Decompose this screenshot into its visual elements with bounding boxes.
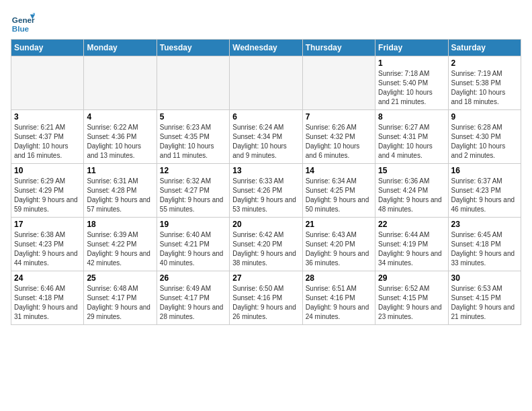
day-number: 20	[232, 220, 299, 229]
calendar-cell: 24Sunrise: 6:46 AM Sunset: 4:18 PM Dayli…	[11, 271, 84, 325]
weekday-header-monday: Monday	[84, 40, 157, 56]
calendar-cell: 5Sunrise: 6:23 AM Sunset: 4:35 PM Daylig…	[157, 110, 229, 164]
day-info: Sunrise: 6:50 AM Sunset: 4:16 PM Dayligh…	[232, 284, 299, 322]
day-number: 16	[451, 166, 518, 175]
day-info: Sunrise: 6:48 AM Sunset: 4:17 PM Dayligh…	[87, 284, 153, 322]
day-number: 26	[160, 273, 226, 283]
calendar-cell	[84, 56, 157, 110]
calendar-table: SundayMondayTuesdayWednesdayThursdayFrid…	[11, 39, 521, 325]
day-number: 12	[160, 166, 226, 175]
day-number: 6	[232, 112, 299, 122]
calendar-cell: 7Sunrise: 6:26 AM Sunset: 4:32 PM Daylig…	[302, 110, 375, 164]
day-info: Sunrise: 6:52 AM Sunset: 4:15 PM Dayligh…	[378, 284, 445, 322]
day-number: 25	[87, 273, 153, 283]
logo-icon: General Blue	[11, 11, 35, 35]
calendar-header: SundayMondayTuesdayWednesdayThursdayFrid…	[11, 40, 521, 56]
day-info: Sunrise: 6:39 AM Sunset: 4:22 PM Dayligh…	[87, 230, 153, 268]
day-info: Sunrise: 6:44 AM Sunset: 4:19 PM Dayligh…	[378, 230, 445, 268]
week-row-2: 3Sunrise: 6:21 AM Sunset: 4:37 PM Daylig…	[11, 110, 521, 164]
day-info: Sunrise: 6:53 AM Sunset: 4:15 PM Dayligh…	[451, 284, 518, 322]
day-info: Sunrise: 6:23 AM Sunset: 4:35 PM Dayligh…	[160, 123, 226, 161]
day-number: 8	[378, 112, 445, 122]
day-number: 9	[451, 112, 518, 122]
day-info: Sunrise: 6:22 AM Sunset: 4:36 PM Dayligh…	[87, 123, 153, 161]
logo: General Blue	[11, 11, 35, 35]
day-number: 15	[378, 166, 445, 175]
day-info: Sunrise: 6:29 AM Sunset: 4:29 PM Dayligh…	[14, 177, 81, 214]
calendar-cell: 22Sunrise: 6:44 AM Sunset: 4:19 PM Dayli…	[375, 218, 448, 271]
calendar-cell	[230, 56, 302, 110]
day-info: Sunrise: 6:31 AM Sunset: 4:28 PM Dayligh…	[87, 177, 153, 214]
calendar-cell: 30Sunrise: 6:53 AM Sunset: 4:15 PM Dayli…	[448, 271, 521, 325]
week-row-3: 10Sunrise: 6:29 AM Sunset: 4:29 PM Dayli…	[11, 164, 521, 218]
calendar-cell: 1Sunrise: 7:18 AM Sunset: 5:40 PM Daylig…	[375, 56, 448, 110]
day-info: Sunrise: 6:51 AM Sunset: 4:16 PM Dayligh…	[306, 284, 372, 322]
day-number: 28	[306, 273, 372, 283]
calendar-cell: 28Sunrise: 6:51 AM Sunset: 4:16 PM Dayli…	[302, 271, 375, 325]
day-info: Sunrise: 6:33 AM Sunset: 4:26 PM Dayligh…	[232, 177, 299, 214]
day-number: 17	[14, 220, 81, 229]
page-header: General Blue	[11, 11, 521, 35]
calendar-cell: 21Sunrise: 6:43 AM Sunset: 4:20 PM Dayli…	[302, 218, 375, 271]
calendar-cell: 17Sunrise: 6:38 AM Sunset: 4:23 PM Dayli…	[11, 218, 84, 271]
day-info: Sunrise: 6:45 AM Sunset: 4:18 PM Dayligh…	[451, 230, 518, 268]
calendar-cell: 18Sunrise: 6:39 AM Sunset: 4:22 PM Dayli…	[84, 218, 157, 271]
day-number: 14	[306, 166, 372, 175]
day-number: 19	[160, 220, 226, 229]
weekday-header-tuesday: Tuesday	[157, 40, 229, 56]
week-row-4: 17Sunrise: 6:38 AM Sunset: 4:23 PM Dayli…	[11, 218, 521, 271]
calendar-cell: 26Sunrise: 6:49 AM Sunset: 4:17 PM Dayli…	[157, 271, 229, 325]
day-number: 5	[160, 112, 226, 122]
day-number: 3	[14, 112, 81, 122]
calendar-cell: 23Sunrise: 6:45 AM Sunset: 4:18 PM Dayli…	[448, 218, 521, 271]
day-number: 23	[451, 220, 518, 229]
day-number: 21	[306, 220, 372, 229]
day-number: 18	[87, 220, 153, 229]
day-number: 29	[378, 273, 445, 283]
calendar-cell: 6Sunrise: 6:24 AM Sunset: 4:34 PM Daylig…	[230, 110, 302, 164]
day-number: 7	[306, 112, 372, 122]
day-number: 10	[14, 166, 81, 175]
weekday-header-wednesday: Wednesday	[230, 40, 302, 56]
day-info: Sunrise: 6:24 AM Sunset: 4:34 PM Dayligh…	[232, 123, 299, 161]
calendar-cell: 19Sunrise: 6:40 AM Sunset: 4:21 PM Dayli…	[157, 218, 229, 271]
day-info: Sunrise: 6:46 AM Sunset: 4:18 PM Dayligh…	[14, 284, 81, 322]
calendar-cell: 13Sunrise: 6:33 AM Sunset: 4:26 PM Dayli…	[230, 164, 302, 218]
calendar-cell: 9Sunrise: 6:28 AM Sunset: 4:30 PM Daylig…	[448, 110, 521, 164]
calendar-cell: 11Sunrise: 6:31 AM Sunset: 4:28 PM Dayli…	[84, 164, 157, 218]
calendar-cell: 14Sunrise: 6:34 AM Sunset: 4:25 PM Dayli…	[302, 164, 375, 218]
calendar-cell: 10Sunrise: 6:29 AM Sunset: 4:29 PM Dayli…	[11, 164, 84, 218]
svg-text:Blue: Blue	[12, 24, 30, 33]
day-info: Sunrise: 6:36 AM Sunset: 4:24 PM Dayligh…	[378, 177, 445, 214]
weekday-header-friday: Friday	[375, 40, 448, 56]
day-number: 1	[378, 58, 445, 68]
day-info: Sunrise: 6:37 AM Sunset: 4:23 PM Dayligh…	[451, 177, 518, 214]
calendar-cell: 27Sunrise: 6:50 AM Sunset: 4:16 PM Dayli…	[230, 271, 302, 325]
calendar-cell	[11, 56, 84, 110]
weekday-header-saturday: Saturday	[448, 40, 521, 56]
day-info: Sunrise: 7:19 AM Sunset: 5:38 PM Dayligh…	[451, 69, 518, 107]
day-number: 30	[451, 273, 518, 283]
day-info: Sunrise: 6:49 AM Sunset: 4:17 PM Dayligh…	[160, 284, 226, 322]
day-info: Sunrise: 6:27 AM Sunset: 4:31 PM Dayligh…	[378, 123, 445, 161]
day-number: 22	[378, 220, 445, 229]
week-row-1: 1Sunrise: 7:18 AM Sunset: 5:40 PM Daylig…	[11, 56, 521, 110]
day-info: Sunrise: 6:42 AM Sunset: 4:20 PM Dayligh…	[232, 230, 299, 268]
day-info: Sunrise: 6:28 AM Sunset: 4:30 PM Dayligh…	[451, 123, 518, 161]
calendar-cell	[157, 56, 229, 110]
calendar-cell: 20Sunrise: 6:42 AM Sunset: 4:20 PM Dayli…	[230, 218, 302, 271]
day-number: 2	[451, 58, 518, 68]
day-number: 11	[87, 166, 153, 175]
day-number: 4	[87, 112, 153, 122]
calendar-cell: 29Sunrise: 6:52 AM Sunset: 4:15 PM Dayli…	[375, 271, 448, 325]
calendar-cell: 8Sunrise: 6:27 AM Sunset: 4:31 PM Daylig…	[375, 110, 448, 164]
day-info: Sunrise: 6:32 AM Sunset: 4:27 PM Dayligh…	[160, 177, 226, 214]
day-number: 13	[232, 166, 299, 175]
day-info: Sunrise: 6:34 AM Sunset: 4:25 PM Dayligh…	[306, 177, 372, 214]
calendar-cell: 2Sunrise: 7:19 AM Sunset: 5:38 PM Daylig…	[448, 56, 521, 110]
day-number: 27	[232, 273, 299, 283]
calendar-cell: 25Sunrise: 6:48 AM Sunset: 4:17 PM Dayli…	[84, 271, 157, 325]
day-info: Sunrise: 6:21 AM Sunset: 4:37 PM Dayligh…	[14, 123, 81, 161]
calendar-cell: 4Sunrise: 6:22 AM Sunset: 4:36 PM Daylig…	[84, 110, 157, 164]
calendar-cell: 16Sunrise: 6:37 AM Sunset: 4:23 PM Dayli…	[448, 164, 521, 218]
